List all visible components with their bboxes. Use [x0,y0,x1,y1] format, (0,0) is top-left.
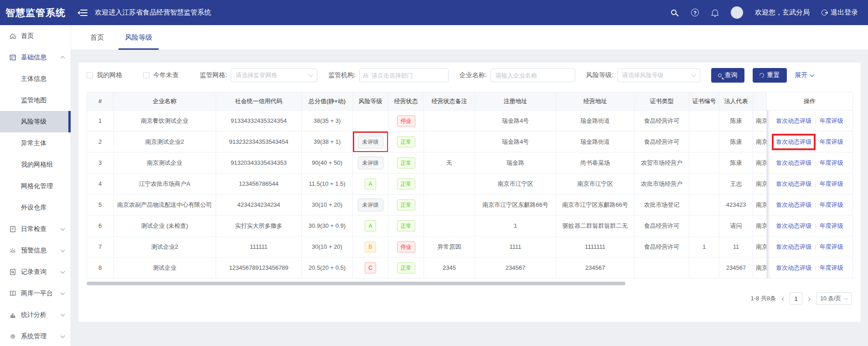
logout-button[interactable]: 退出登录 [822,8,858,17]
cell-idx: 7 [87,236,114,257]
tab-home[interactable]: 首页 [84,25,110,50]
cell-risk: B [353,236,388,257]
cell-idx: 5 [87,194,114,215]
bell-icon[interactable] [711,9,719,17]
risk-level-select[interactable]: 请选择风险等级 [617,68,700,82]
cell-op: 首次动态评级|年度评级 [767,152,853,173]
cell-remark [424,131,475,152]
first-dynamic-rating-link[interactable]: 首次动态评级 [776,159,811,167]
sidebar-item-异常主体[interactable]: 异常主体 [0,132,71,154]
status-badge: 正常 [397,220,415,231]
avatar[interactable] [731,6,743,19]
cell-idx: 6 [87,215,114,236]
cell-legal: 陈康 [719,152,753,173]
annual-rating-link[interactable]: 年度评级 [820,201,843,209]
cell-biz: 驱蚊器二群翁群翁群二无 [556,215,635,236]
sidebar-item-网格化管理[interactable]: 网格化管理 [0,175,71,197]
status-badge: 正常 [397,199,415,210]
sidebar-item-风险等级[interactable]: 风险等级 [0,111,71,132]
prev-page-button[interactable]: ‹ [780,294,785,303]
sidebar-item-系统管理[interactable]: 系统管理 [0,325,71,346]
tab-risk-level[interactable]: 风险等级 [119,25,159,50]
org-input[interactable] [359,68,449,82]
chevron-down-icon [61,290,65,295]
cell-biz: 1111111 [556,236,635,257]
cell-cert: 食品经营许可 [635,236,689,257]
checkbox-icon[interactable] [143,72,150,79]
cell-biz: 瑞金路街道 [556,131,635,152]
sidebar-item-基础信息[interactable]: 基础信息 [0,47,71,68]
next-page-button[interactable]: › [807,294,811,303]
status-badge: 正常 [397,136,415,147]
alert-icon [9,247,16,254]
cell-reg: 瑞金路 [475,152,556,173]
annual-rating-link[interactable]: 年度评级 [820,180,843,188]
first-dynamic-rating-link[interactable]: 首次动态评级 [776,222,811,230]
column-header-op: 操作 [767,92,853,110]
search-icon[interactable] [671,9,679,17]
sidebar-item-统计分析[interactable]: 统计分析 [0,304,71,325]
cell-cert: 农批市场经营户 [635,173,689,194]
first-dynamic-rating-link[interactable]: 首次动态评级 [776,138,811,146]
cell-idx: 1 [87,110,114,131]
sidebar-item-label: 主体信息 [21,75,46,83]
user-greeting: 欢迎您，玄武分局 [755,8,810,17]
cell-score: 38(35 + 3) [302,110,353,131]
sidebar-item-label: 异常主体 [21,139,46,147]
checkbox-icon[interactable] [87,72,93,79]
cell-org: 南京市 [753,236,767,257]
sidebar-item-主体信息[interactable]: 主体信息 [0,68,71,89]
sidebar-item-日常检查[interactable]: 日常检查 [0,218,71,240]
help-icon[interactable]: ? [691,9,699,16]
first-dynamic-rating-link[interactable]: 首次动态评级 [776,243,811,251]
sidebar-item-label: 外设仓库 [21,204,46,212]
page-size-select[interactable]: 10 条/页 [816,292,852,305]
chevron-down-icon [810,73,814,77]
first-dynamic-rating-link[interactable]: 首次动态评级 [776,180,811,188]
first-dynamic-rating-link[interactable]: 首次动态评级 [776,201,811,209]
sidebar-item-我的网格组[interactable]: 我的网格组 [0,154,71,175]
sidebar-collapse-icon[interactable] [78,9,88,16]
cell-status: 正常 [388,131,424,152]
first-dynamic-rating-link[interactable]: 首次动态评级 [776,264,811,272]
cell-code: 123456789123456789 [216,257,302,278]
checkbox-my-grid[interactable]: 我的网格 [87,71,122,79]
cell-status: 停业 [388,236,424,257]
annual-rating-link[interactable]: 年度评级 [820,138,843,146]
cell-org: 南京市 [753,173,767,194]
reset-button[interactable]: 重置 [753,68,787,83]
annual-rating-link[interactable]: 年度评级 [820,117,843,125]
sidebar-item-两库一平台[interactable]: 两库一平台 [0,283,71,304]
first-dynamic-rating-link[interactable]: 首次动态评级 [776,117,811,125]
cell-op: 首次动态评级|年度评级 [767,257,853,278]
expand-filters-link[interactable]: 展开 [795,71,814,79]
cell-idx: 8 [87,257,114,278]
cell-op: 首次动态评级|年度评级 [767,173,853,194]
annual-rating-link[interactable]: 年度评级 [820,243,843,251]
sidebar-item-记录查询[interactable]: 记录查询 [0,261,71,283]
sidebar-item-监管地图[interactable]: 监管地图 [0,89,71,111]
current-page-button[interactable]: 1 [790,292,802,305]
cell-code: 实打实大所多撒多 [216,215,302,236]
cell-cert: 食品经营许可 [635,215,689,236]
annual-rating-link[interactable]: 年度评级 [820,159,843,167]
app-logo: 智慧监管系统 [0,6,71,19]
scrollbar-thumb[interactable] [87,282,625,285]
grid-select[interactable]: 请选择监管网格 [231,68,317,82]
sidebar-item-预警信息[interactable]: 预警信息 [0,240,71,261]
annual-rating-link[interactable]: 年度评级 [820,264,843,272]
sidebar-item-首页[interactable]: 首页 [0,25,71,47]
search-button[interactable]: 查询 [711,68,744,83]
annual-rating-link[interactable]: 年度评级 [820,222,843,230]
cell-remark: 无 [424,152,475,173]
unrated-badge: 未评级 [358,157,383,169]
sidebar-item-外设仓库[interactable]: 外设仓库 [0,197,71,218]
welcome-text: 欢迎进入江苏省食品经营智慧监管系统 [95,8,211,17]
status-badge: B [365,241,376,252]
checkbox-unchecked-this-year[interactable]: 今年未查 [143,71,179,79]
company-name-input[interactable] [491,68,575,82]
cell-biz: 南京市江宁区 [556,173,635,194]
cell-certno: 1 [689,236,719,257]
cell-cert: 农批市场登记 [635,194,689,215]
cell-reg: 瑞金路4号 [475,110,556,131]
